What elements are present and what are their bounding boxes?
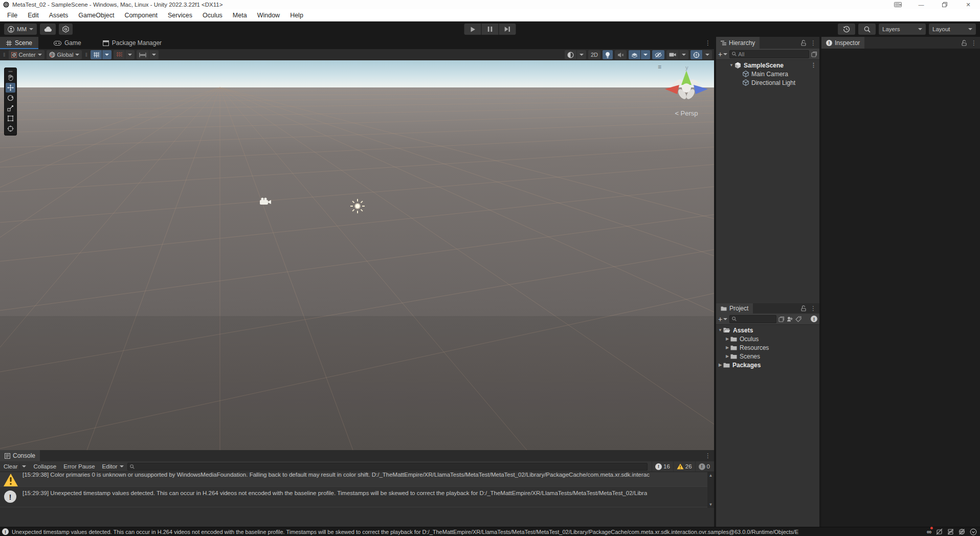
- orientation-gizmo[interactable]: y < Persp: [661, 62, 712, 124]
- scene-lighting-toggle[interactable]: [603, 50, 613, 59]
- draw-mode-button[interactable]: [565, 50, 576, 59]
- menu-window[interactable]: Window: [252, 9, 285, 21]
- tools-grip-icon[interactable]: ▬: [6, 69, 15, 72]
- foldout-closed-icon[interactable]: ▶: [717, 363, 723, 367]
- play-button[interactable]: [464, 24, 481, 35]
- panel-menu-icon[interactable]: ⋮: [810, 40, 816, 46]
- menu-oculus[interactable]: Oculus: [197, 9, 228, 21]
- background-tasks-icon[interactable]: [970, 528, 977, 535]
- undo-history-button[interactable]: [838, 24, 855, 35]
- console-scrollbar[interactable]: ▲ ▼: [707, 472, 714, 508]
- tab-inspector[interactable]: ! Inspector: [821, 37, 864, 49]
- scroll-down-icon[interactable]: ▼: [709, 501, 713, 508]
- console-message-row[interactable]: ! [15:29:39] Unexpected timestamp values…: [0, 487, 714, 507]
- expand-window-icon[interactable]: [778, 316, 785, 322]
- hierarchy-search-input[interactable]: [738, 51, 807, 57]
- transform-tool-button[interactable]: [6, 124, 15, 133]
- console-menu-icon[interactable]: ⋮: [705, 453, 711, 459]
- expand-window-icon[interactable]: [811, 51, 817, 57]
- hierarchy-search-field[interactable]: [729, 50, 809, 58]
- status-bar[interactable]: ! Unexpected timestamp values detected. …: [0, 527, 980, 536]
- menu-assets[interactable]: Assets: [44, 9, 74, 21]
- view-tool-button[interactable]: [6, 73, 15, 82]
- scene-camera-settings-button[interactable]: [666, 50, 679, 59]
- console-clear-button[interactable]: Clear: [0, 461, 30, 472]
- close-button[interactable]: ✕: [956, 0, 980, 9]
- 2d-mode-toggle[interactable]: 2D: [588, 50, 600, 59]
- debugger-icon[interactable]: [936, 528, 943, 535]
- menu-services[interactable]: Services: [163, 9, 197, 21]
- rotate-tool-button[interactable]: [6, 93, 15, 103]
- create-dropdown[interactable]: +: [718, 316, 727, 323]
- directional-light-gizmo-icon[interactable]: [350, 198, 365, 214]
- scene-viewport[interactable]: ≡ y < Persp ▬: [0, 60, 714, 450]
- tool-handle-rotation-dropdown[interactable]: Global: [47, 50, 82, 59]
- gizmos-toggle[interactable]: [691, 50, 702, 59]
- meta-link-icon[interactable]: ∞: [927, 528, 931, 535]
- scene-audio-toggle[interactable]: [615, 50, 627, 59]
- panel-menu-icon[interactable]: ⋮: [810, 305, 816, 311]
- console-info-count[interactable]: ! 16: [652, 461, 673, 472]
- grid-snapping-toggle[interactable]: [114, 50, 125, 59]
- step-button[interactable]: [499, 24, 516, 35]
- grid-visibility-dropdown[interactable]: [102, 50, 112, 59]
- search-by-type-icon[interactable]: [787, 316, 793, 322]
- scene-camera-settings-dropdown[interactable]: [679, 50, 688, 59]
- scale-tool-button[interactable]: [6, 103, 15, 113]
- tab-package-manager[interactable]: Package Manager: [97, 37, 168, 49]
- menu-edit[interactable]: Edit: [23, 9, 44, 21]
- lock-icon[interactable]: [801, 40, 806, 46]
- tabbar-menu-icon[interactable]: ⋮: [705, 40, 711, 46]
- hidden-packages-icon[interactable]: !: [811, 316, 817, 322]
- search-by-label-icon[interactable]: [795, 316, 801, 322]
- console-search-field[interactable]: [127, 463, 648, 471]
- network-icon[interactable]: [959, 528, 965, 535]
- project-row-packages[interactable]: ▶ Packages: [716, 361, 819, 369]
- rect-tool-button[interactable]: [6, 114, 15, 123]
- scene-visibility-toggle[interactable]: [652, 50, 664, 59]
- panel-menu-icon[interactable]: ⋮: [971, 40, 977, 46]
- perspective-label[interactable]: < Persp: [661, 109, 712, 117]
- foldout-closed-icon[interactable]: ▶: [724, 337, 730, 341]
- tab-scene[interactable]: Scene: [0, 37, 38, 49]
- hierarchy-row-directional-light[interactable]: Directional Light: [716, 78, 819, 87]
- snap-increment-button[interactable]: [137, 50, 149, 59]
- gizmos-dropdown[interactable]: [703, 50, 712, 59]
- scroll-up-icon[interactable]: ▲: [709, 472, 713, 479]
- console-search-input[interactable]: [136, 463, 645, 470]
- layers-dropdown[interactable]: Layers: [879, 24, 926, 35]
- global-search-button[interactable]: [858, 24, 876, 35]
- minimize-button[interactable]: —: [909, 0, 933, 9]
- hierarchy-row-scene[interactable]: ▼ SampleScene ⋮: [716, 61, 819, 70]
- tool-handle-pivot-dropdown[interactable]: Center: [9, 50, 44, 59]
- scene-menu-icon[interactable]: ⋮: [811, 62, 816, 69]
- menu-gameobject[interactable]: GameObject: [73, 9, 119, 21]
- tab-hierarchy[interactable]: Hierarchy: [716, 37, 760, 49]
- foldout-closed-icon[interactable]: ▶: [724, 345, 730, 350]
- create-dropdown[interactable]: +: [718, 51, 727, 58]
- services-button[interactable]: [59, 24, 73, 35]
- menu-file[interactable]: File: [2, 9, 23, 21]
- move-tool-button[interactable]: [6, 83, 15, 93]
- console-collapse-toggle[interactable]: Collapse: [30, 461, 60, 472]
- console-message-row[interactable]: [15:29:38] Color primaries 0 is unknown …: [0, 472, 714, 487]
- console-target-dropdown[interactable]: Editor: [99, 461, 127, 472]
- project-row-resources[interactable]: ▶ Resources: [716, 343, 819, 352]
- tab-game[interactable]: Game: [48, 37, 87, 49]
- console-error-pause-toggle[interactable]: Error Pause: [60, 461, 98, 472]
- lock-icon[interactable]: [801, 305, 806, 311]
- scene-effects-dropdown[interactable]: [641, 50, 650, 59]
- layout-dropdown[interactable]: Layout: [929, 24, 976, 35]
- menu-meta[interactable]: Meta: [228, 9, 252, 21]
- grid-snapping-dropdown[interactable]: [125, 50, 135, 59]
- grid-visibility-toggle[interactable]: Y: [91, 50, 102, 59]
- maximize-button[interactable]: [933, 0, 956, 9]
- foldout-open-icon[interactable]: ▼: [728, 63, 734, 68]
- account-dropdown[interactable]: MM: [4, 24, 37, 35]
- lock-icon[interactable]: [962, 40, 967, 46]
- hierarchy-row-main-camera[interactable]: Main Camera: [716, 70, 819, 78]
- project-search-field[interactable]: [729, 315, 776, 323]
- project-row-oculus[interactable]: ▶ Oculus: [716, 334, 819, 343]
- camera-gizmo-icon[interactable]: [260, 197, 272, 206]
- snap-increment-dropdown[interactable]: [149, 50, 159, 59]
